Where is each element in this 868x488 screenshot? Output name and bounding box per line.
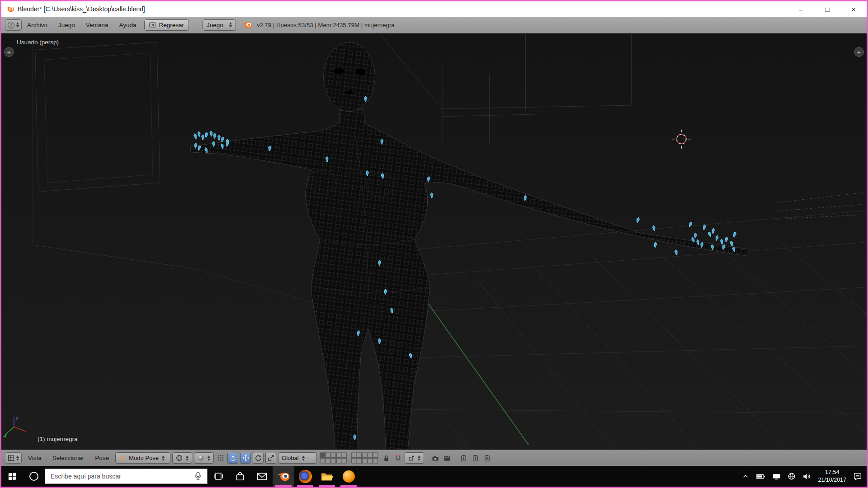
- network-icon[interactable]: [772, 473, 781, 480]
- cortana-button[interactable]: [23, 466, 45, 487]
- search-input[interactable]: [45, 473, 193, 480]
- back-arrow-icon: [149, 22, 156, 28]
- manipulator-toggle[interactable]: [227, 453, 238, 464]
- camera-render-icon: [432, 455, 439, 461]
- lock-modes-toggle[interactable]: [381, 453, 391, 464]
- status-stats-text: v2.79 | Huesos:53/53 | Mem:2435.79M | mu…: [257, 22, 395, 28]
- blender-taskbar-icon: [277, 471, 290, 482]
- task-view-button[interactable]: [208, 466, 229, 487]
- system-tray: 17:54 21/10/2017: [742, 469, 867, 484]
- menu-pose[interactable]: Pose: [90, 455, 113, 461]
- menu-ventana[interactable]: Ventana: [80, 17, 114, 33]
- active-object-label: (1) mujernegra: [38, 436, 78, 442]
- menu-seleccionar[interactable]: Seleccionar: [48, 455, 89, 461]
- taskbar-explorer-button[interactable]: [316, 466, 338, 487]
- 3d-viewport[interactable]: z Usuario (persp) + + (1) mujernegra: [1, 33, 867, 450]
- chevron-updown-icon: [186, 455, 189, 461]
- opengl-render-anim-button[interactable]: [442, 453, 452, 464]
- rotate-manipulator-toggle[interactable]: [253, 453, 264, 464]
- open-app-indicator: [297, 485, 313, 487]
- back-to-previous-button[interactable]: Regresar: [144, 19, 189, 31]
- magnet-icon: [395, 455, 401, 461]
- taskbar-app-button[interactable]: [338, 466, 359, 487]
- menu-vista[interactable]: Vista: [24, 455, 46, 461]
- taskbar-firefox-button[interactable]: [294, 466, 316, 487]
- taskbar-search[interactable]: [45, 469, 208, 484]
- minimize-button[interactable]: –: [788, 1, 814, 17]
- translate-manipulator-toggle[interactable]: [240, 453, 251, 464]
- 3d-cursor: [672, 130, 691, 149]
- layers-group-2[interactable]: [351, 452, 378, 464]
- 3d-view-editor-icon: [8, 455, 14, 461]
- globe-shading-icon: [176, 455, 183, 461]
- action-center-icon[interactable]: [853, 472, 862, 481]
- snap-toggle[interactable]: [393, 453, 403, 464]
- y-axis-line: [420, 293, 528, 445]
- pivot-align-toggle[interactable]: [216, 453, 226, 464]
- chevron-updown-icon: [16, 455, 19, 461]
- taskbar-clock[interactable]: 17:54 21/10/2017: [818, 469, 846, 484]
- engine-select[interactable]: Juego: [203, 19, 236, 31]
- engine-select-value: Juego: [207, 22, 223, 28]
- blender-app-icon: [6, 5, 14, 13]
- windows-logo-icon: [8, 472, 17, 481]
- mode-select[interactable]: Modo Pose: [115, 452, 170, 464]
- scale-manipulator-toggle[interactable]: [265, 453, 276, 464]
- paste-pose-button[interactable]: [470, 453, 480, 464]
- rotate-icon: [255, 455, 262, 461]
- chevron-updown-icon: [229, 22, 232, 28]
- maximize-button[interactable]: □: [814, 1, 840, 17]
- close-button[interactable]: ×: [840, 1, 867, 17]
- pivot-sphere-icon: [198, 455, 204, 461]
- paste-flipped-pose-icon: [484, 455, 491, 462]
- paste-flipped-pose-button[interactable]: [482, 453, 492, 464]
- translate-icon: [242, 455, 249, 461]
- layers-group-1[interactable]: [320, 452, 347, 464]
- taskbar-blender-button[interactable]: [273, 466, 294, 487]
- speaker-icon[interactable]: [802, 473, 811, 480]
- orientation-select-value: Global: [282, 455, 299, 461]
- view-mode-label: Usuario (persp): [17, 39, 59, 46]
- editor-type-select[interactable]: i: [5, 19, 22, 31]
- taskbar-mail-button[interactable]: [251, 466, 273, 487]
- snap-element-icon: [408, 455, 415, 461]
- cortana-circle-icon: [28, 471, 39, 482]
- chevron-updown-icon: [302, 455, 305, 461]
- file-explorer-icon: [321, 471, 333, 482]
- manipulator-axis-icon: [230, 455, 236, 461]
- copy-pose-button[interactable]: [458, 453, 468, 464]
- opengl-render-button[interactable]: [430, 453, 440, 464]
- mode-select-value: Modo Pose: [129, 455, 159, 461]
- viewport-editor-type-select[interactable]: [5, 452, 22, 464]
- mail-icon: [256, 472, 268, 481]
- info-editor-icon: i: [8, 22, 14, 28]
- menu-juego[interactable]: Juego: [53, 17, 80, 33]
- paste-pose-icon: [472, 455, 479, 462]
- tray-expand-chevron-icon[interactable]: [742, 473, 749, 480]
- toolbar-expand-button[interactable]: +: [4, 47, 14, 57]
- back-button-label: Regresar: [159, 22, 184, 28]
- body-mesh: [191, 42, 750, 449]
- open-app-indicator: [340, 485, 357, 487]
- pivot-point-select[interactable]: [194, 452, 214, 464]
- taskbar-store-button[interactable]: [229, 466, 251, 487]
- battery-icon[interactable]: [756, 473, 765, 480]
- viewport-canvas[interactable]: z: [1, 33, 867, 450]
- menu-archivo[interactable]: Archivo: [22, 17, 53, 33]
- start-button[interactable]: [1, 466, 23, 487]
- axis-z-label: z: [16, 416, 18, 421]
- chevron-updown-icon: [208, 455, 210, 461]
- orientation-select[interactable]: Global: [278, 452, 317, 464]
- firefox-icon: [299, 470, 312, 483]
- open-app-indicator: [319, 485, 335, 487]
- viewport-shading-select[interactable]: [172, 452, 192, 464]
- copy-pose-icon: [460, 455, 467, 462]
- menu-ayuda[interactable]: Ayuda: [113, 17, 142, 33]
- properties-expand-button[interactable]: +: [854, 47, 864, 57]
- axis-gizmo-icon: z: [3, 416, 26, 438]
- pose-mode-icon: [119, 455, 126, 462]
- microphone-icon[interactable]: [193, 471, 203, 481]
- snap-element-select[interactable]: [405, 452, 424, 464]
- orange-sphere-app-icon: [343, 470, 355, 483]
- globe-internet-icon[interactable]: [788, 472, 796, 480]
